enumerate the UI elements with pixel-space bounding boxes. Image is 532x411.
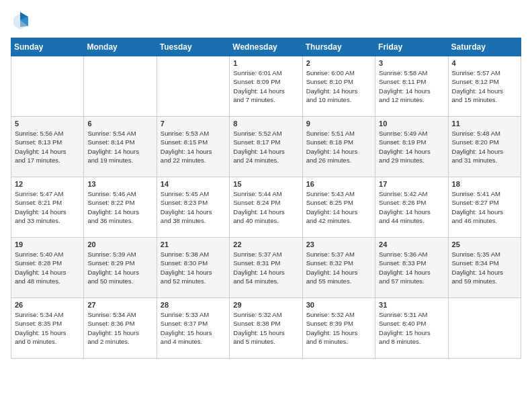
calendar-cell bbox=[157, 56, 229, 117]
day-info: Sunrise: 5:43 AM Sunset: 8:25 PM Dayligh… bbox=[306, 189, 371, 225]
calendar-cell: 24Sunrise: 5:36 AM Sunset: 8:33 PM Dayli… bbox=[375, 238, 448, 298]
day-number: 11 bbox=[452, 120, 517, 128]
day-number: 5 bbox=[15, 120, 80, 128]
header-sunday: Sunday bbox=[11, 38, 84, 56]
day-info: Sunrise: 5:56 AM Sunset: 8:13 PM Dayligh… bbox=[15, 129, 80, 165]
calendar-header-row: SundayMondayTuesdayWednesdayThursdayFrid… bbox=[11, 38, 521, 56]
day-number: 16 bbox=[306, 180, 371, 188]
calendar-cell: 7Sunrise: 5:53 AM Sunset: 8:15 PM Daylig… bbox=[157, 117, 229, 177]
logo-icon bbox=[11, 11, 30, 30]
calendar-cell: 3Sunrise: 5:58 AM Sunset: 8:11 PM Daylig… bbox=[375, 56, 448, 117]
day-info: Sunrise: 5:45 AM Sunset: 8:23 PM Dayligh… bbox=[161, 189, 226, 225]
calendar-cell bbox=[448, 298, 521, 359]
day-info: Sunrise: 5:34 AM Sunset: 8:36 PM Dayligh… bbox=[87, 310, 152, 346]
day-number: 15 bbox=[233, 180, 298, 188]
calendar-cell: 11Sunrise: 5:48 AM Sunset: 8:20 PM Dayli… bbox=[448, 117, 521, 177]
day-number: 31 bbox=[379, 301, 444, 309]
calendar-cell: 23Sunrise: 5:37 AM Sunset: 8:32 PM Dayli… bbox=[302, 238, 375, 298]
day-info: Sunrise: 5:36 AM Sunset: 8:33 PM Dayligh… bbox=[379, 250, 444, 285]
day-number: 6 bbox=[87, 120, 152, 128]
day-info: Sunrise: 6:01 AM Sunset: 8:09 PM Dayligh… bbox=[233, 68, 298, 104]
calendar-cell: 25Sunrise: 5:35 AM Sunset: 8:34 PM Dayli… bbox=[448, 238, 521, 298]
calendar-cell: 21Sunrise: 5:38 AM Sunset: 8:30 PM Dayli… bbox=[157, 238, 229, 298]
calendar-week-2: 5Sunrise: 5:56 AM Sunset: 8:13 PM Daylig… bbox=[11, 117, 521, 177]
header-friday: Friday bbox=[375, 38, 448, 56]
day-number: 27 bbox=[87, 301, 152, 309]
day-info: Sunrise: 5:47 AM Sunset: 8:21 PM Dayligh… bbox=[15, 189, 80, 225]
day-number: 28 bbox=[161, 301, 226, 309]
calendar-cell: 28Sunrise: 5:33 AM Sunset: 8:37 PM Dayli… bbox=[157, 298, 229, 359]
day-number: 4 bbox=[452, 59, 517, 67]
day-info: Sunrise: 5:58 AM Sunset: 8:11 PM Dayligh… bbox=[379, 68, 444, 104]
day-info: Sunrise: 5:40 AM Sunset: 8:28 PM Dayligh… bbox=[15, 250, 80, 285]
day-number: 22 bbox=[233, 240, 298, 248]
day-number: 26 bbox=[15, 301, 80, 309]
calendar-cell: 19Sunrise: 5:40 AM Sunset: 8:28 PM Dayli… bbox=[11, 238, 84, 298]
day-info: Sunrise: 5:32 AM Sunset: 8:38 PM Dayligh… bbox=[233, 310, 298, 346]
calendar-cell: 17Sunrise: 5:42 AM Sunset: 8:26 PM Dayli… bbox=[375, 177, 448, 238]
calendar-cell: 14Sunrise: 5:45 AM Sunset: 8:23 PM Dayli… bbox=[157, 177, 229, 238]
day-info: Sunrise: 5:34 AM Sunset: 8:35 PM Dayligh… bbox=[15, 310, 80, 346]
calendar-cell bbox=[11, 56, 84, 117]
day-number: 2 bbox=[306, 59, 371, 67]
day-number: 17 bbox=[379, 180, 444, 188]
day-info: Sunrise: 5:42 AM Sunset: 8:26 PM Dayligh… bbox=[379, 189, 444, 225]
logo bbox=[11, 11, 32, 30]
header-tuesday: Tuesday bbox=[157, 38, 229, 56]
calendar-cell: 27Sunrise: 5:34 AM Sunset: 8:36 PM Dayli… bbox=[84, 298, 157, 359]
day-info: Sunrise: 5:48 AM Sunset: 8:20 PM Dayligh… bbox=[452, 129, 517, 165]
header-saturday: Saturday bbox=[448, 38, 521, 56]
calendar-cell: 13Sunrise: 5:46 AM Sunset: 8:22 PM Dayli… bbox=[84, 177, 157, 238]
day-number: 10 bbox=[379, 120, 444, 128]
calendar-cell: 18Sunrise: 5:41 AM Sunset: 8:27 PM Dayli… bbox=[448, 177, 521, 238]
day-number: 7 bbox=[161, 120, 226, 128]
day-number: 8 bbox=[233, 120, 298, 128]
calendar-cell: 9Sunrise: 5:51 AM Sunset: 8:18 PM Daylig… bbox=[302, 117, 375, 177]
day-info: Sunrise: 5:52 AM Sunset: 8:17 PM Dayligh… bbox=[233, 129, 298, 165]
day-number: 3 bbox=[379, 59, 444, 67]
calendar-week-4: 19Sunrise: 5:40 AM Sunset: 8:28 PM Dayli… bbox=[11, 238, 521, 298]
calendar-cell: 26Sunrise: 5:34 AM Sunset: 8:35 PM Dayli… bbox=[11, 298, 84, 359]
calendar-cell: 16Sunrise: 5:43 AM Sunset: 8:25 PM Dayli… bbox=[302, 177, 375, 238]
calendar-week-1: 1Sunrise: 6:01 AM Sunset: 8:09 PM Daylig… bbox=[11, 56, 521, 117]
calendar-cell: 2Sunrise: 6:00 AM Sunset: 8:10 PM Daylig… bbox=[302, 56, 375, 117]
calendar-cell: 5Sunrise: 5:56 AM Sunset: 8:13 PM Daylig… bbox=[11, 117, 84, 177]
day-number: 14 bbox=[161, 180, 226, 188]
calendar-table: SundayMondayTuesdayWednesdayThursdayFrid… bbox=[11, 38, 521, 359]
calendar-cell: 6Sunrise: 5:54 AM Sunset: 8:14 PM Daylig… bbox=[84, 117, 157, 177]
day-number: 1 bbox=[233, 59, 298, 67]
day-number: 21 bbox=[161, 240, 226, 248]
day-number: 13 bbox=[87, 180, 152, 188]
day-info: Sunrise: 5:37 AM Sunset: 8:31 PM Dayligh… bbox=[233, 250, 298, 285]
day-number: 9 bbox=[306, 120, 371, 128]
calendar-cell: 8Sunrise: 5:52 AM Sunset: 8:17 PM Daylig… bbox=[230, 117, 302, 177]
day-number: 19 bbox=[15, 240, 80, 248]
calendar-week-5: 26Sunrise: 5:34 AM Sunset: 8:35 PM Dayli… bbox=[11, 298, 521, 359]
day-info: Sunrise: 5:46 AM Sunset: 8:22 PM Dayligh… bbox=[87, 189, 152, 225]
calendar-cell: 29Sunrise: 5:32 AM Sunset: 8:38 PM Dayli… bbox=[230, 298, 302, 359]
day-info: Sunrise: 5:32 AM Sunset: 8:39 PM Dayligh… bbox=[306, 310, 371, 346]
day-info: Sunrise: 5:54 AM Sunset: 8:14 PM Dayligh… bbox=[87, 129, 152, 165]
day-info: Sunrise: 5:51 AM Sunset: 8:18 PM Dayligh… bbox=[306, 129, 371, 165]
calendar-cell: 1Sunrise: 6:01 AM Sunset: 8:09 PM Daylig… bbox=[230, 56, 302, 117]
day-info: Sunrise: 5:57 AM Sunset: 8:12 PM Dayligh… bbox=[452, 68, 517, 104]
day-number: 18 bbox=[452, 180, 517, 188]
day-info: Sunrise: 5:33 AM Sunset: 8:37 PM Dayligh… bbox=[161, 310, 226, 346]
calendar-cell: 12Sunrise: 5:47 AM Sunset: 8:21 PM Dayli… bbox=[11, 177, 84, 238]
calendar-cell: 15Sunrise: 5:44 AM Sunset: 8:24 PM Dayli… bbox=[230, 177, 302, 238]
day-number: 24 bbox=[379, 240, 444, 248]
day-info: Sunrise: 5:53 AM Sunset: 8:15 PM Dayligh… bbox=[161, 129, 226, 165]
calendar-cell: 22Sunrise: 5:37 AM Sunset: 8:31 PM Dayli… bbox=[230, 238, 302, 298]
day-info: Sunrise: 5:31 AM Sunset: 8:40 PM Dayligh… bbox=[379, 310, 444, 346]
day-info: Sunrise: 5:39 AM Sunset: 8:29 PM Dayligh… bbox=[87, 250, 152, 285]
header-thursday: Thursday bbox=[302, 38, 375, 56]
calendar-cell: 30Sunrise: 5:32 AM Sunset: 8:39 PM Dayli… bbox=[302, 298, 375, 359]
day-info: Sunrise: 5:37 AM Sunset: 8:32 PM Dayligh… bbox=[306, 250, 371, 285]
day-number: 23 bbox=[306, 240, 371, 248]
day-info: Sunrise: 5:49 AM Sunset: 8:19 PM Dayligh… bbox=[379, 129, 444, 165]
day-number: 12 bbox=[15, 180, 80, 188]
calendar-cell: 20Sunrise: 5:39 AM Sunset: 8:29 PM Dayli… bbox=[84, 238, 157, 298]
header-monday: Monday bbox=[84, 38, 157, 56]
day-number: 29 bbox=[233, 301, 298, 309]
page-header bbox=[11, 11, 521, 30]
